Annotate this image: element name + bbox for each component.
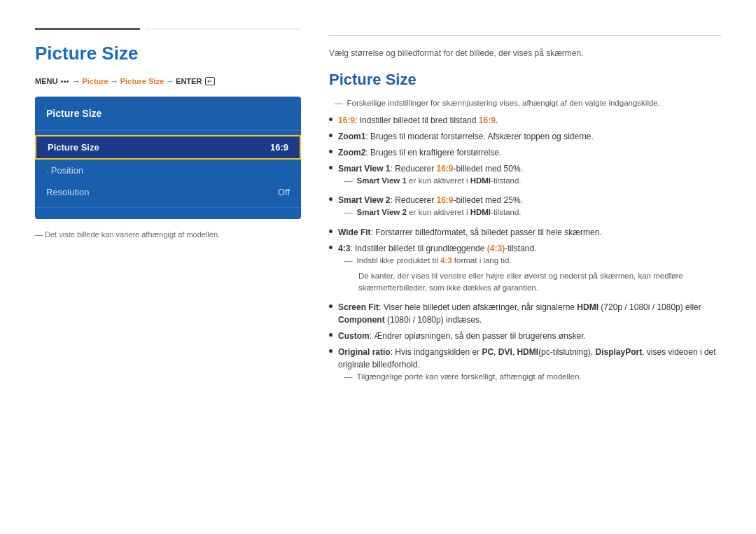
bullet-text: Zoom2: Bruges til en kraftigere forstørr… bbox=[338, 146, 501, 159]
subnote-43: Indstil ikke produktet til 4:3 format i … bbox=[344, 255, 512, 267]
bullet-text: Smart View 1: Reducerer 16:9-billedet me… bbox=[338, 162, 523, 175]
bullet-item-43: 4:3: Indstiller billedet til grundlæggen… bbox=[329, 242, 721, 298]
page-title: Picture Size bbox=[35, 43, 301, 64]
bullet-item-screenfit: Screen Fit: Viser hele billedet uden afs… bbox=[329, 301, 721, 326]
bullet-item-originalratio: Original ratio: Hvis indgangskilden er P… bbox=[329, 346, 721, 386]
menu-box-title: Picture Size bbox=[35, 104, 301, 126]
bullet-item-zoom2: Zoom2: Bruges til en kraftigere forstørr… bbox=[329, 146, 721, 159]
section-note-text: Forskellige indstillinger for skærmjuste… bbox=[347, 99, 660, 107]
bullet-dot bbox=[329, 246, 332, 249]
top-decorative-lines bbox=[35, 28, 301, 30]
left-note: — Det viste billede kan variere afhængig… bbox=[35, 230, 301, 239]
subnote-ports: Tilgængelige porte kan være forskelligt,… bbox=[344, 371, 582, 383]
right-title: Picture Size bbox=[329, 71, 721, 89]
menu-keyword: MENU bbox=[35, 77, 57, 85]
text-screenfit: Screen Fit bbox=[338, 302, 379, 312]
subnote-sv2: Smart View 2 er kun aktiveret i HDMI-til… bbox=[344, 206, 522, 218]
bullet-list: 16:9: Indstiller billedet til bred tilst… bbox=[329, 114, 721, 387]
menu-item-picture-size-value: 16:9 bbox=[270, 142, 288, 153]
bullet-dot bbox=[329, 166, 332, 169]
text-169-sv2: 16:9 bbox=[437, 195, 454, 205]
bullet-item-widefit: Wide Fit: Forstørrer billedformatet, så … bbox=[329, 226, 721, 239]
light-line bbox=[146, 29, 301, 29]
bullet-text: Screen Fit: Viser hele billedet uden afs… bbox=[338, 301, 721, 326]
bullet-text: Smart View 2: Reducerer 16:9-billedet me… bbox=[338, 194, 523, 206]
bullet-item-custom: Custom: Ændrer opløsningen, så den passe… bbox=[329, 330, 721, 342]
bullet-dot bbox=[329, 134, 332, 137]
menu-item-resolution-value: Off bbox=[278, 187, 290, 197]
text-originalratio: Original ratio bbox=[338, 347, 391, 357]
text-component-sf: Component bbox=[338, 315, 385, 325]
menu-item-picture-size-label: Picture Size bbox=[48, 142, 99, 153]
bullet-text: Custom: Ændrer opløsningen, så den passe… bbox=[338, 330, 586, 342]
menu-item-resolution-label: Resolution bbox=[46, 187, 89, 197]
bullet-dot bbox=[329, 333, 332, 337]
bullet-text: 4:3: Indstiller billedet til grundlæggen… bbox=[338, 242, 537, 255]
bullet-text: 16:9: Indstiller billedet til bred tilst… bbox=[338, 114, 498, 127]
menu-icon bbox=[61, 80, 69, 83]
bullet-text: Original ratio: Hvis indgangskilden er P… bbox=[338, 346, 721, 371]
right-top-lines bbox=[329, 28, 721, 36]
text-169-2: 16:9 bbox=[479, 115, 496, 125]
dark-line bbox=[35, 28, 140, 30]
sv1-label: Smart View 1 bbox=[357, 176, 407, 185]
text-hdmi-sf: HDMI bbox=[577, 302, 598, 312]
subnote-43-indent: De kanter, der vises til venstre eller h… bbox=[358, 270, 721, 295]
text-169-sv1: 16:9 bbox=[437, 164, 454, 174]
text-pc: PC bbox=[482, 347, 493, 357]
text-zoom1: Zoom1 bbox=[338, 132, 365, 141]
sv2-label: Smart View 2 bbox=[357, 208, 407, 216]
text-widefit: Wide Fit bbox=[338, 227, 371, 237]
text-rest: : Indstiller billedet til bred tilstand bbox=[355, 115, 479, 125]
text-hdmi-or: HDMI bbox=[517, 347, 538, 357]
section-note: Forskellige indstillinger for skærmjuste… bbox=[329, 99, 721, 107]
enter-label: ENTER bbox=[176, 77, 202, 85]
right-top-line bbox=[329, 35, 721, 36]
text-dvi: DVI bbox=[498, 347, 512, 357]
menu-divider-bottom bbox=[35, 207, 301, 208]
left-column: Picture Size MENU → Picture → Picture Si… bbox=[35, 28, 301, 391]
subnote-sv1: Smart View 1 er kun aktiveret i HDMI-til… bbox=[344, 175, 522, 187]
text-sv2: Smart View 2 bbox=[338, 195, 390, 205]
menu-item-position[interactable]: ·Position bbox=[35, 160, 301, 181]
text-zoom2: Zoom2 bbox=[338, 148, 365, 157]
menu-path: MENU → Picture → Picture Size → ENTER ↵ bbox=[35, 77, 301, 85]
menu-item-resolution[interactable]: Resolution Off bbox=[35, 181, 301, 203]
bullet-item-smartview1: Smart View 1: Reducerer 16:9-billedet me… bbox=[329, 162, 721, 190]
bullet-dot bbox=[329, 304, 332, 308]
enter-icon: ↵ bbox=[205, 77, 215, 85]
text-custom: Custom bbox=[338, 331, 370, 341]
arrow2: → bbox=[111, 77, 118, 85]
text-displayport: DisplayPort bbox=[595, 347, 642, 357]
menu-item-position-label: ·Position bbox=[46, 165, 83, 176]
picture-link: Picture bbox=[82, 77, 108, 85]
bullet-dot bbox=[329, 349, 332, 353]
sv2-hdmi: HDMI bbox=[470, 208, 491, 216]
bullet-dot bbox=[329, 197, 332, 201]
position-dot: · bbox=[46, 167, 48, 175]
menu-box: Picture Size Picture Size 16:9 ·Position… bbox=[35, 97, 301, 219]
bullet-dot bbox=[329, 150, 332, 153]
text-43: 4:3 bbox=[338, 244, 350, 253]
right-column: Vælg størrelse og billedformat for det b… bbox=[329, 28, 721, 391]
menu-divider-top bbox=[35, 130, 301, 131]
bullet-item-smartview2: Smart View 2: Reducerer 16:9-billedet me… bbox=[329, 194, 721, 222]
arrow3: → bbox=[166, 77, 174, 85]
bullet-dot bbox=[329, 118, 332, 121]
bullet-text: Zoom1: Bruges til moderat forstørrelse. … bbox=[338, 130, 594, 143]
text-sv1: Smart View 1 bbox=[338, 164, 390, 174]
bullet-dot bbox=[329, 230, 332, 233]
text-169: 16:9 bbox=[338, 115, 355, 125]
text-43-ref: 4:3 bbox=[440, 256, 452, 265]
bullet-text: Wide Fit: Forstørrer billedformatet, så … bbox=[338, 226, 602, 239]
bullet-item-169: 16:9: Indstiller billedet til bred tilst… bbox=[329, 114, 721, 127]
sv1-hdmi: HDMI bbox=[470, 176, 491, 185]
text-43-paren: (4:3) bbox=[487, 244, 505, 253]
menu-item-picture-size[interactable]: Picture Size 16:9 bbox=[35, 135, 301, 160]
arrow1: → bbox=[72, 77, 80, 85]
picture-size-link: Picture Size bbox=[120, 77, 164, 85]
right-intro: Vælg størrelse og billedformat for det b… bbox=[329, 48, 721, 58]
bullet-item-zoom1: Zoom1: Bruges til moderat forstørrelse. … bbox=[329, 130, 721, 143]
